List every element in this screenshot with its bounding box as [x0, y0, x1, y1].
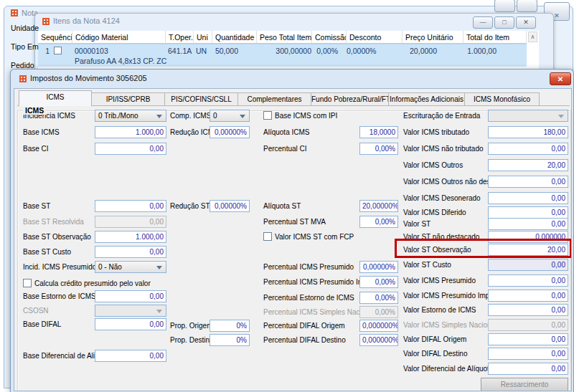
- col-header-peso-total-item[interactable]: Peso Total Item: [257, 31, 312, 44]
- base-st-observacao-label: Base ST Observação: [23, 231, 91, 243]
- percentual-st-mva-field[interactable]: 0,00%: [359, 216, 398, 228]
- row-preco: 20,0000: [403, 47, 437, 56]
- valor-st-custo-field[interactable]: 0,00: [488, 259, 568, 271]
- col-header-total-do-item[interactable]: Total do Item: [464, 31, 527, 44]
- comp-icms-select[interactable]: 0: [210, 110, 250, 122]
- base-difal-label: Base DIFAL: [23, 318, 61, 330]
- valor-simples-field: 0,00: [488, 319, 568, 331]
- base-st-label: Base ST: [23, 200, 50, 212]
- prop-origem-field[interactable]: 0%: [210, 320, 250, 332]
- base-st-resolvida-field: 0,00: [95, 216, 166, 228]
- row-descricao: Parafuso AA 4,8x13 CP. ZC: [75, 57, 166, 66]
- row-total: 1.000,00: [464, 47, 497, 56]
- valor-icms-outros-label: Valor ICMS Outros: [403, 159, 463, 171]
- valor-difal-destino-field[interactable]: 0,00: [488, 348, 568, 360]
- dialog-impostos: Impostos do Movimento 3056205 ✕ ICMS IPI…: [10, 69, 574, 392]
- valor-icms-outros-nao-dest-field[interactable]: 0,00: [488, 176, 568, 188]
- percentual-simples-label: Percentual ICMS Simples Nacional: [263, 306, 375, 318]
- base-dif-aliq-field[interactable]: 0,00: [95, 350, 166, 362]
- valor-dif-aliquota-field[interactable]: 0,00: [488, 363, 568, 375]
- prop-destino-field[interactable]: 0%: [210, 334, 250, 346]
- restore-button[interactable]: [517, 0, 537, 12]
- valor-icms-presumido-field[interactable]: 0,00: [488, 274, 568, 287]
- col-header-toper[interactable]: T.Oper.: [166, 31, 194, 44]
- percentual-estorno-field[interactable]: 0,00%: [359, 292, 398, 304]
- percentual-icms-presumido-pr-field[interactable]: 0,00%: [359, 276, 398, 288]
- base-icms-field[interactable]: 1.000,00: [95, 126, 166, 138]
- field-label-tipo-em: Tipo Em: [11, 41, 39, 53]
- valor-icms-desonerado-field[interactable]: 0,00: [488, 192, 568, 204]
- tab-icms[interactable]: ICMS: [19, 90, 92, 106]
- valor-st-nao-destacado-field[interactable]: 0,000000: [488, 231, 568, 243]
- tab-complementares[interactable]: Complementares: [238, 92, 311, 106]
- base-icms-com-ipi-checkbox[interactable]: [263, 111, 272, 120]
- base-st-observacao-field[interactable]: 1.000,00: [95, 231, 166, 243]
- dialog-client: ICMS IPI/ISS/CPRB PIS/COFINS/CSLL Comple…: [14, 88, 572, 391]
- close-icon[interactable]: ✕: [516, 16, 536, 29]
- tab-ipi-iss-cprb[interactable]: IPI/ISS/CPRB: [92, 92, 165, 106]
- percentual-icms-presumido-field[interactable]: 0,00000%: [359, 261, 398, 273]
- percentual-ci-field[interactable]: 0,00%: [359, 143, 398, 155]
- aliquota-icms-field[interactable]: 18,0000: [359, 126, 398, 138]
- reducao-st-label: Redução ST: [170, 200, 210, 212]
- col-header-desconto[interactable]: Desconto: [347, 31, 403, 44]
- reducao-st-field[interactable]: 0,00000%: [210, 200, 250, 212]
- valor-icms-diferido-field[interactable]: 0,00: [488, 206, 568, 219]
- valor-dif-aliquota-label: Valor Diferencial de Alíquota: [403, 363, 493, 375]
- aliquota-st-field[interactable]: 20,00000%: [359, 200, 398, 212]
- valor-icms-nao-tributado-field[interactable]: 0,00: [488, 143, 568, 155]
- valor-difal-origem-field[interactable]: 0,00: [488, 333, 568, 345]
- col-header-comissao[interactable]: Comissão: [312, 31, 347, 44]
- table-row[interactable]: 1 00000103 Parafuso AA 4,8x13 CP. ZC 641…: [38, 44, 527, 67]
- ressarcimento-button[interactable]: Ressarcimento: [481, 378, 568, 391]
- valor-st-custo-label: Valor ST Custo: [403, 259, 451, 271]
- tab-icms-monofasico[interactable]: ICMS Monofásico: [465, 92, 540, 106]
- valor-icms-st-com-fcp-checkbox[interactable]: [263, 232, 272, 241]
- base-st-field[interactable]: 0,00: [95, 200, 166, 212]
- col-header-quantidade[interactable]: Quantidade: [212, 31, 257, 44]
- valor-icms-tributado-field[interactable]: 180,00: [488, 126, 568, 138]
- valor-icms-outros-field[interactable]: 20,00: [488, 159, 568, 171]
- icms-group-caption: ICMS: [23, 106, 46, 115]
- valor-st-observacao-field[interactable]: 20,00: [488, 244, 568, 256]
- valor-icms-presumido-pr-field[interactable]: 0,00: [488, 290, 568, 302]
- maximize-icon[interactable]: □: [494, 16, 514, 29]
- reducao-icms-field[interactable]: 0,00000%: [210, 126, 250, 138]
- window-itens-titlebar[interactable]: Itens da Nota 4124 — □ ✕: [35, 14, 553, 29]
- scroll-up-icon[interactable]: ∧: [528, 32, 537, 42]
- base-st-resolvida-label: Base ST Resolvida: [23, 216, 84, 228]
- base-ci-field[interactable]: 0,00: [95, 143, 166, 155]
- percentual-estorno-label: Percentual Estorno de ICMS: [263, 292, 354, 304]
- col-header-sequencia[interactable]: Sequência: [38, 31, 72, 44]
- minimize-icon[interactable]: —: [473, 16, 493, 29]
- base-difal-field[interactable]: 0,00: [95, 318, 166, 330]
- col-header-uni[interactable]: Uni: [194, 31, 212, 44]
- valor-estorno-label: Valor Estorno de ICMS: [403, 304, 476, 316]
- field-label-pedido: Pedido: [11, 59, 34, 72]
- calcula-credito-checkbox[interactable]: [23, 279, 32, 287]
- tab-pis-cofins-csll[interactable]: PIS/COFINS/CSLL: [165, 92, 238, 106]
- valor-estorno-field[interactable]: 0,00: [488, 304, 568, 316]
- incidencia-icms-select[interactable]: 0 Trib./Mono: [95, 110, 166, 122]
- base-st-custo-field[interactable]: 0,00: [95, 246, 166, 258]
- valor-st-field[interactable]: 0,00: [488, 218, 568, 230]
- incid-icms-presumido-select[interactable]: 0 - Não: [95, 261, 166, 273]
- row-peso: 300,00000: [257, 47, 311, 56]
- tab-fundo-pobreza-rural-fti[interactable]: Fundo Pobreza/Rural/FTI: [311, 92, 389, 106]
- base-estorno-field[interactable]: 0,00: [95, 290, 166, 302]
- percentual-ci-label: Percentual CI: [263, 143, 307, 155]
- row-checkbox[interactable]: [54, 47, 62, 54]
- base-st-custo-label: Base ST Custo: [23, 246, 71, 258]
- dialog-titlebar[interactable]: Impostos do Movimento 3056205 ✕: [11, 70, 573, 88]
- percentual-difal-destino-field[interactable]: 0,000000%: [359, 334, 398, 346]
- valor-simples-label: Valor ICMS Simples Nacional: [403, 319, 497, 331]
- percentual-difal-origem-field[interactable]: 0,000000%: [359, 320, 398, 332]
- close-icon[interactable]: ✕: [550, 72, 571, 85]
- maximize-button[interactable]: [494, 0, 515, 12]
- escrituracao-label: Escrituração de Entrada: [403, 110, 480, 122]
- window-itens: Itens da Nota 4124 — □ ✕ Sequência Códig…: [34, 13, 554, 75]
- col-header-preco-unitario[interactable]: Preço Unitário: [403, 31, 464, 44]
- tab-informacoes-adicionais[interactable]: Informações Adicionais: [389, 92, 465, 106]
- escrituracao-select[interactable]: [488, 110, 568, 122]
- col-header-codigo-material[interactable]: Código Material: [72, 31, 166, 44]
